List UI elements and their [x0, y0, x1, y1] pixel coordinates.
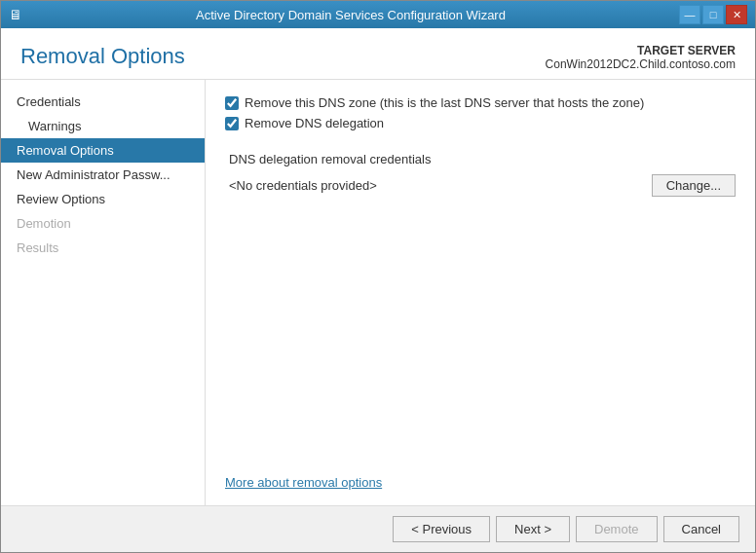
- next-button[interactable]: Next >: [496, 516, 570, 542]
- right-panel: Remove this DNS zone (this is the last D…: [206, 80, 755, 505]
- sidebar-item-removal-options[interactable]: Removal Options: [1, 138, 205, 163]
- header-section: Removal Options TARGET SERVER ConWin2012…: [1, 28, 755, 80]
- credentials-section: DNS delegation removal credentials <No c…: [225, 152, 736, 197]
- sidebar-item-demotion: Demotion: [1, 211, 205, 236]
- minimize-button[interactable]: —: [679, 5, 700, 24]
- titlebar-controls: — □ ✕: [679, 5, 747, 24]
- sidebar: Credentials Warnings Removal Options New…: [1, 80, 206, 505]
- sidebar-item-warnings[interactable]: Warnings: [1, 114, 205, 138]
- page-title: Removal Options: [20, 44, 185, 69]
- checkbox-row-1: Remove this DNS zone (this is the last D…: [225, 95, 736, 110]
- dns-zone-checkbox[interactable]: [225, 96, 239, 110]
- demote-button[interactable]: Demote: [576, 516, 658, 542]
- credentials-row: <No credentials provided> Change...: [229, 174, 736, 197]
- maximize-button[interactable]: □: [702, 5, 724, 24]
- dns-delegation-checkbox[interactable]: [225, 117, 239, 130]
- main-content: Credentials Warnings Removal Options New…: [1, 80, 755, 505]
- target-server-label: TARGET SERVER: [546, 44, 736, 57]
- dns-delegation-label[interactable]: Remove DNS delegation: [245, 116, 384, 130]
- change-button[interactable]: Change...: [652, 174, 736, 197]
- more-link[interactable]: More about removal options: [225, 475, 736, 490]
- target-server-name: ConWin2012DC2.Child.contoso.com: [546, 57, 736, 71]
- credentials-value: <No credentials provided>: [229, 178, 377, 193]
- sidebar-item-results: Results: [1, 236, 205, 260]
- titlebar: 🖥 Active Directory Domain Services Confi…: [1, 1, 755, 28]
- target-server-info: TARGET SERVER ConWin2012DC2.Child.contos…: [546, 44, 736, 71]
- wizard-window: 🖥 Active Directory Domain Services Confi…: [0, 0, 756, 553]
- close-button[interactable]: ✕: [726, 5, 747, 24]
- footer: < Previous Next > Demote Cancel: [1, 505, 755, 552]
- credentials-section-title: DNS delegation removal credentials: [229, 152, 736, 166]
- cancel-button[interactable]: Cancel: [663, 516, 739, 542]
- sidebar-item-credentials[interactable]: Credentials: [1, 90, 205, 114]
- sidebar-item-new-admin-password[interactable]: New Administrator Passw...: [1, 163, 205, 187]
- sidebar-item-review-options[interactable]: Review Options: [1, 187, 205, 211]
- previous-button[interactable]: < Previous: [393, 516, 490, 542]
- checkbox-row-2: Remove DNS delegation: [225, 116, 736, 130]
- spacer: [225, 197, 736, 467]
- content-area: Removal Options TARGET SERVER ConWin2012…: [1, 28, 755, 505]
- dns-zone-label[interactable]: Remove this DNS zone (this is the last D…: [245, 95, 644, 110]
- window-title: Active Directory Domain Services Configu…: [22, 8, 679, 22]
- window-icon: 🖥: [9, 7, 22, 22]
